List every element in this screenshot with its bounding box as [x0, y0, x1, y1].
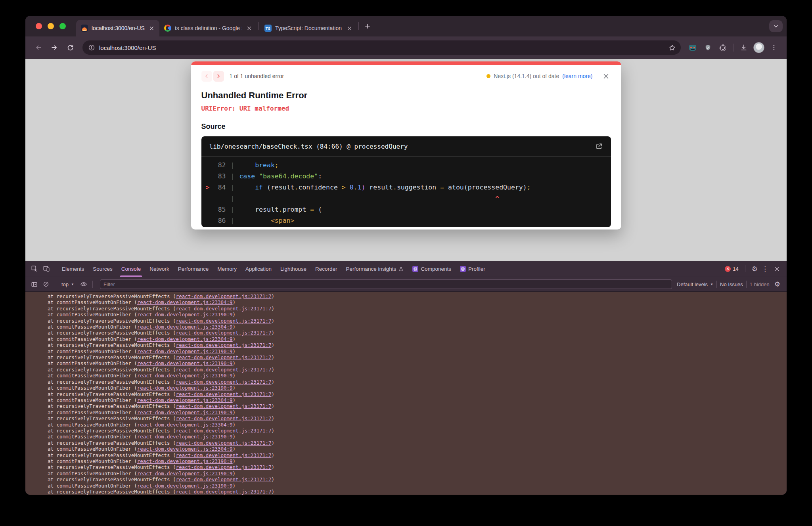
- code-text: ^: [239, 193, 499, 204]
- learn-more-link[interactable]: (learn more): [562, 73, 592, 79]
- browser-toolbar: localhost:3000/en-US: [25, 36, 787, 59]
- devtools-panel: ElementsSourcesConsoleNetworkPerformance…: [25, 261, 787, 495]
- devtools-tab-profiler[interactable]: Profiler: [456, 261, 490, 277]
- stack-source-link[interactable]: react-dom.development.js:23171:7: [176, 318, 272, 324]
- open-in-editor-button[interactable]: [595, 142, 603, 150]
- close-devtools-button[interactable]: [772, 264, 781, 273]
- stack-source-link[interactable]: react-dom.development.js:23304:9: [137, 299, 233, 305]
- browser-menu-button[interactable]: [768, 41, 780, 54]
- devtools-tab-elements[interactable]: Elements: [57, 261, 88, 277]
- stack-source-link[interactable]: react-dom.development.js:23190:9: [137, 373, 233, 379]
- stack-source-link[interactable]: react-dom.development.js:23304:9: [137, 446, 233, 452]
- devtools-tab-network[interactable]: Network: [145, 261, 174, 277]
- close-overlay-button[interactable]: [601, 71, 611, 81]
- tab-search-button[interactable]: [769, 20, 783, 32]
- stack-source-link[interactable]: react-dom.development.js:23171:7: [176, 464, 272, 470]
- previous-error-button[interactable]: [201, 71, 212, 82]
- stack-source-link[interactable]: react-dom.development.js:23171:7: [176, 476, 272, 482]
- react-icon: [460, 266, 466, 272]
- devtools-divider: [55, 265, 55, 272]
- stack-source-link[interactable]: react-dom.development.js:23190:9: [137, 471, 233, 476]
- devtools-tab-lighthouse[interactable]: Lighthouse: [276, 261, 311, 277]
- stack-source-link[interactable]: react-dom.development.js:23171:7: [176, 428, 272, 434]
- stack-source-link[interactable]: react-dom.development.js:23171:7: [176, 306, 272, 312]
- minimize-window-button[interactable]: [48, 23, 54, 29]
- stack-source-link[interactable]: react-dom.development.js:23190:9: [137, 385, 233, 391]
- stack-source-link[interactable]: react-dom.development.js:23190:9: [137, 360, 233, 366]
- stack-source-link[interactable]: react-dom.development.js:23171:7: [176, 293, 272, 299]
- tab-close-icon[interactable]: [346, 25, 353, 32]
- stack-frame-text: ): [233, 348, 236, 354]
- device-toolbar-button[interactable]: [40, 263, 52, 274]
- stack-frame-text: ): [271, 354, 274, 360]
- devtools-settings-button[interactable]: ⚙: [752, 266, 758, 272]
- stack-source-link[interactable]: react-dom.development.js:23190:9: [137, 434, 233, 440]
- inspect-element-button[interactable]: [29, 263, 40, 274]
- devtools-tab-components[interactable]: Components: [408, 261, 456, 277]
- stack-source-link[interactable]: react-dom.development.js:23171:7: [176, 330, 272, 336]
- bookmark-star-button[interactable]: [666, 41, 678, 54]
- clear-console-button[interactable]: [40, 279, 52, 289]
- stack-frame-text: at commitPassiveMountOnFiber (: [48, 434, 137, 440]
- stack-source-link[interactable]: react-dom.development.js:23171:7: [176, 452, 272, 458]
- devtools-tab-sources[interactable]: Sources: [88, 261, 117, 277]
- console-sidebar-toggle[interactable]: [29, 279, 40, 289]
- devtools-tab-console[interactable]: Console: [117, 261, 146, 277]
- stack-source-link[interactable]: react-dom.development.js:23171:7: [176, 440, 272, 446]
- reload-button[interactable]: [63, 41, 77, 54]
- stack-source-link[interactable]: react-dom.development.js:23190:9: [137, 458, 233, 464]
- stack-source-link[interactable]: react-dom.development.js:23304:9: [137, 324, 233, 330]
- site-info-icon[interactable]: [88, 44, 95, 51]
- code-frame-file[interactable]: lib/onesearch/baseCheck.tsx (84:66) @ pr…: [209, 143, 408, 150]
- forward-button[interactable]: [48, 41, 61, 54]
- stack-source-link[interactable]: react-dom.development.js:23171:7: [176, 379, 272, 385]
- live-expression-button[interactable]: [78, 279, 89, 289]
- profile-button[interactable]: [753, 41, 765, 54]
- execution-context-selector[interactable]: top ▼: [58, 281, 77, 287]
- stack-source-link[interactable]: react-dom.development.js:23190:9: [137, 483, 233, 489]
- stack-source-link[interactable]: react-dom.development.js:23171:7: [176, 415, 272, 421]
- console-output[interactable]: at recursivelyTraversePassiveMountEffect…: [25, 292, 787, 495]
- downloads-button[interactable]: [737, 41, 750, 54]
- browser-tab[interactable]: localhost:3000/en-US: [76, 20, 159, 36]
- devtools-tab-memory[interactable]: Memory: [213, 261, 241, 277]
- devtools-tab-performance[interactable]: Performance: [174, 261, 213, 277]
- devtools-tab-application[interactable]: Application: [241, 261, 276, 277]
- stack-source-link[interactable]: react-dom.development.js:23304:9: [137, 397, 233, 403]
- issues-counter[interactable]: No Issues: [720, 281, 743, 287]
- devtools-tab-recorder[interactable]: Recorder: [311, 261, 342, 277]
- extension-robot-button[interactable]: [686, 41, 699, 54]
- stack-source-link[interactable]: react-dom.development.js:23171:7: [176, 342, 272, 348]
- privacy-shield-button[interactable]: [701, 41, 714, 54]
- stack-source-link[interactable]: react-dom.development.js:23171:7: [176, 367, 272, 373]
- stack-source-link[interactable]: react-dom.development.js:23304:9: [137, 336, 233, 342]
- zoom-window-button[interactable]: [59, 23, 66, 29]
- next-error-button[interactable]: [213, 71, 224, 82]
- stack-frame-text: ): [233, 312, 236, 318]
- address-bar[interactable]: localhost:3000/en-US: [82, 40, 681, 55]
- error-count-badge[interactable]: ✕ 14: [725, 266, 738, 272]
- stack-source-link[interactable]: react-dom.development.js:23190:9: [137, 312, 233, 318]
- stack-frame-text: ): [271, 415, 274, 421]
- stack-source-link[interactable]: react-dom.development.js:23304:9: [137, 422, 233, 428]
- url-text[interactable]: localhost:3000/en-US: [99, 44, 662, 51]
- back-button[interactable]: [32, 41, 45, 54]
- stack-source-link[interactable]: react-dom.development.js:23171:7: [176, 489, 272, 495]
- browser-tab[interactable]: ts class definition - Google S: [159, 20, 257, 36]
- devtools-menu-button[interactable]: ⋮: [762, 266, 768, 272]
- devtools-tab-performance-insights[interactable]: Performance insights: [342, 261, 408, 277]
- stack-source-link[interactable]: react-dom.development.js:23171:7: [176, 403, 272, 409]
- console-settings-button[interactable]: ⚙: [774, 281, 780, 288]
- tab-close-icon[interactable]: [148, 25, 155, 32]
- console-filter-input[interactable]: [100, 279, 672, 289]
- new-tab-button[interactable]: [362, 20, 373, 32]
- extensions-button[interactable]: [716, 41, 729, 54]
- log-levels-selector[interactable]: Default levels ▼: [677, 281, 713, 287]
- stack-source-link[interactable]: react-dom.development.js:23190:9: [137, 348, 233, 354]
- tab-close-icon[interactable]: [246, 25, 253, 32]
- browser-tab[interactable]: TSTypeScript: Documentation -: [260, 20, 357, 36]
- stack-source-link[interactable]: react-dom.development.js:23171:7: [176, 354, 272, 360]
- stack-source-link[interactable]: react-dom.development.js:23190:9: [137, 409, 233, 415]
- stack-source-link[interactable]: react-dom.development.js:23171:7: [176, 391, 272, 397]
- close-window-button[interactable]: [36, 23, 42, 29]
